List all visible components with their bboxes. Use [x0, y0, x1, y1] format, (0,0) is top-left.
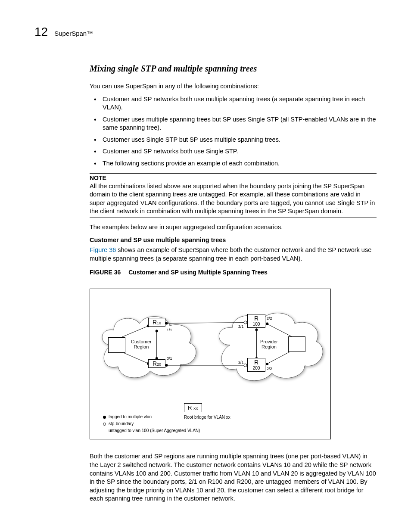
r100-box: R100 — [247, 314, 265, 328]
note-text: All the combinations listed above are su… — [90, 182, 377, 216]
r100-label: R — [254, 315, 258, 322]
figure-title: Customer and SP using Multiple Spanning … — [128, 269, 268, 276]
chapter-title: SuperSpan™ — [54, 30, 93, 37]
closing-paragraph: Both the customer and SP regions are run… — [90, 452, 377, 503]
figure-ref-paragraph: Figure 36 shows an example of SuperSpan … — [90, 246, 377, 263]
legend-tagged-text: tagged to multiple vlan — [109, 414, 152, 420]
svg-point-16 — [255, 329, 258, 331]
r200-box: R200 — [247, 358, 265, 372]
port-2-2-top: 2/2 — [267, 316, 272, 320]
svg-line-9 — [165, 323, 247, 324]
customer-switch-box — [108, 337, 125, 353]
svg-point-10 — [165, 322, 168, 325]
rxx-legend-box: R XX — [184, 403, 202, 412]
page-header: 12 SuperSpan™ — [34, 25, 377, 39]
r200-label: R — [254, 359, 258, 366]
figure-caption: FIGURE 36 Customer and SP using Multiple… — [90, 269, 377, 276]
subsection-heading: Customer and SP use multiple spanning tr… — [90, 236, 377, 243]
figure-reference-link[interactable]: Figure 36 — [90, 246, 116, 253]
port-3-1: 3/1 — [167, 356, 172, 361]
section-heading: Mixing single STP and multiple spanning … — [90, 64, 377, 74]
intro-paragraph: You can use SuperSpan in any of the foll… — [90, 82, 377, 91]
filled-dot-icon — [103, 416, 106, 419]
r10-sub: 10 — [157, 321, 161, 325]
provider-switch-box — [288, 336, 305, 352]
port-1-1: 1/1 — [167, 328, 172, 332]
note-rule-top — [90, 173, 377, 174]
port-2-1-top: 2/1 — [238, 324, 244, 329]
list-item: Customer and SP networks both use multip… — [90, 95, 377, 112]
provider-region-label: Provider Region — [260, 339, 278, 349]
note-label: NOTE — [90, 174, 377, 181]
rxx-r: R — [188, 404, 192, 411]
r10-box: R10 — [148, 318, 165, 327]
legend-untagged-text: untagged to vlan 100 (Super Aggregated V… — [109, 428, 200, 434]
note-rule-bottom — [90, 218, 377, 218]
legend-untagged: untagged to vlan 100 (Super Aggregated V… — [103, 428, 200, 434]
legend-tagged: tagged to multiple vlan — [103, 414, 200, 420]
customer-region-label: Customer Region — [131, 339, 152, 349]
network-diagram: R10 R20 R100 R200 Customer Region Provid… — [90, 289, 331, 439]
r200-sub: 200 — [253, 366, 260, 370]
list-item: Customer uses Single STP but SP uses mul… — [90, 136, 377, 144]
list-item: Customer and SP networks both use Single… — [90, 147, 377, 156]
r100-sub: 100 — [253, 322, 260, 327]
r20-box: R20 — [148, 359, 165, 368]
diagram-legend: tagged to multiple vlan stp-boundary unt… — [103, 414, 200, 435]
list-item: The following sections provide an exampl… — [90, 159, 377, 168]
svg-point-7 — [156, 330, 158, 333]
port-2-2-bottom: 2/2 — [267, 367, 272, 371]
svg-point-19 — [266, 323, 268, 325]
r20-label: R — [153, 360, 157, 367]
svg-point-22 — [266, 363, 268, 365]
svg-point-13 — [165, 364, 168, 367]
legend-boundary: stp-boundary — [103, 421, 200, 427]
figure-label: FIGURE 36 — [90, 269, 121, 276]
diagram-container: R10 R20 R100 R200 Customer Region Provid… — [90, 289, 377, 439]
r20-sub: 20 — [157, 362, 161, 367]
port-2-1-bottom: 2/1 — [238, 360, 244, 364]
open-dot-icon — [103, 423, 106, 426]
svg-point-11 — [244, 321, 247, 324]
list-item: Customer uses multiple spanning trees bu… — [90, 115, 377, 132]
chapter-number: 12 — [34, 25, 48, 39]
figure-ref-text: shows an example of SuperSpan where both… — [90, 246, 371, 262]
r10-label: R — [153, 319, 157, 326]
after-note-paragraph: The examples below are in super aggregat… — [90, 223, 377, 232]
combination-list: Customer and SP networks both use multip… — [90, 95, 377, 168]
svg-point-14 — [244, 364, 247, 367]
rxx-sub: XX — [193, 407, 198, 411]
legend-boundary-text: stp-boundary — [109, 421, 134, 427]
